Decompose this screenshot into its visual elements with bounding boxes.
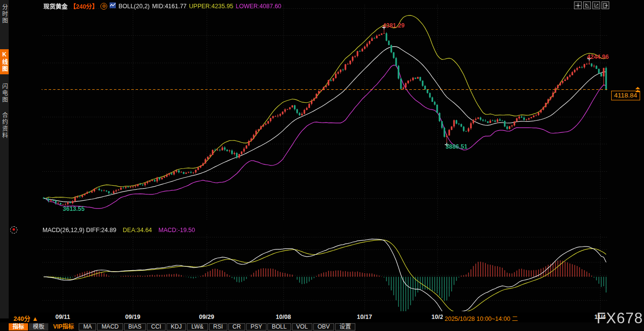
toolbar-button-MACD[interactable]: MACD bbox=[97, 323, 123, 331]
pan-right-icon[interactable] bbox=[602, 1, 609, 9]
boll-lower-value: LOWER:4087.60 bbox=[236, 3, 281, 10]
toolbar-button-设置[interactable]: 设置 bbox=[335, 323, 355, 331]
toolbar-button-指标[interactable]: 指标 bbox=[9, 323, 28, 331]
early-low-annotation: 3613.55 bbox=[63, 206, 84, 212]
toolbar-button-RSI[interactable]: RSI bbox=[209, 323, 227, 331]
toolbar-button-VOL[interactable]: VOL bbox=[292, 323, 312, 331]
live-indicator-icon[interactable] bbox=[10, 226, 17, 234]
recent-high-annotation: 4244.96 bbox=[587, 54, 609, 60]
price-up-arrow-icon[interactable] bbox=[635, 87, 641, 93]
toolbar-button-模板[interactable]: 模板 bbox=[29, 323, 48, 331]
toolbar-button-BOLL[interactable]: BOLL bbox=[267, 323, 291, 331]
circle-plus-icon[interactable]: ⊕ bbox=[100, 3, 107, 10]
date-label-09/11: 09/11 bbox=[56, 314, 70, 320]
toolbar-button-LW&[interactable]: LW& bbox=[187, 323, 208, 331]
macd-dea-value: DEA:34.64 bbox=[123, 227, 152, 234]
date-label-10/17: 10/17 bbox=[357, 314, 372, 320]
date-label-10/2: 10/2 bbox=[432, 314, 443, 320]
axis-right-icon[interactable] bbox=[592, 1, 600, 9]
boll-upper-value: UPPER:4235.95 bbox=[189, 3, 234, 10]
trading-app-window: 分时图K线图闪电图合约资料 现货黄金 【240分】 ⊕ BOLL(20,2) M… bbox=[0, 0, 644, 331]
timeframe-label[interactable]: 240分 ▲ bbox=[14, 314, 38, 323]
toolbar-button-OBV[interactable]: OBV bbox=[313, 323, 334, 331]
symbol-title: 现货黄金 bbox=[43, 1, 68, 11]
toolbar-button-CR[interactable]: CR bbox=[228, 323, 245, 331]
toolbar-button-KDJ[interactable]: KDJ bbox=[167, 323, 186, 331]
toolbar-button-VIP指标[interactable]: VIP指标 bbox=[49, 323, 78, 331]
axis-left-icon[interactable] bbox=[583, 1, 591, 9]
toolbar-button-MA[interactable]: MA bbox=[79, 323, 96, 331]
boll-mid-value: MID:4161.77 bbox=[152, 3, 187, 10]
toolbar-button-CCI[interactable]: CCI bbox=[147, 323, 166, 331]
crosshair-icon[interactable] bbox=[574, 1, 582, 9]
bar-time-tooltip: 2025/10/28 10:00~14:00 二 bbox=[443, 313, 520, 323]
chart-header: 现货黄金 【240分】 ⊕ BOLL(20,2) MID:4161.77 UPP… bbox=[43, 1, 281, 11]
sidebar-tab-3[interactable]: 闪电图 bbox=[0, 81, 9, 105]
toolbar-button-PSY[interactable]: PSY bbox=[246, 323, 266, 331]
boll-label: BOLL(20,2) bbox=[118, 3, 150, 10]
date-label-09/29: 09/29 bbox=[199, 314, 214, 320]
fx678-watermark: FX678 bbox=[597, 310, 643, 327]
toolbar-button-BIAS[interactable]: BIAS bbox=[124, 323, 146, 331]
macd-value: MACD:-19.50 bbox=[158, 227, 195, 234]
left-sidebar: 分时图K线图闪电图合约资料 bbox=[0, 0, 9, 318]
macd-header: MACD(26,12,9) DIFF:24.89 DEA:34.64 MACD:… bbox=[42, 227, 195, 234]
kline-chart-canvas[interactable] bbox=[0, 0, 644, 331]
sidebar-tab-2[interactable]: K线图 bbox=[0, 49, 9, 74]
mini-chart-icon bbox=[110, 2, 116, 10]
sidebar-tab-1[interactable]: 分时图 bbox=[0, 2, 9, 26]
sidebar-tab-4[interactable]: 合约资料 bbox=[0, 110, 9, 141]
chart-tool-icons bbox=[574, 1, 609, 9]
date-label-09/19: 09/19 bbox=[125, 314, 140, 320]
macd-diff-value: MACD(26,12,9) DIFF:24.89 bbox=[42, 227, 116, 234]
peak-high-annotation: 4381.29 bbox=[383, 22, 405, 29]
period-label: 【240分】 bbox=[70, 1, 98, 11]
swing-low-annotation: 3886.51 bbox=[446, 143, 467, 150]
indicator-toolbar: 指标模板VIP指标MAMACDBIASCCIKDJLW&RSICRPSYBOLL… bbox=[0, 322, 644, 331]
time-axis: 240分 ▲ 2025/10/28 10:00~14:00 二 09/1109/… bbox=[0, 313, 644, 322]
date-label-10/08: 10/08 bbox=[276, 314, 291, 320]
